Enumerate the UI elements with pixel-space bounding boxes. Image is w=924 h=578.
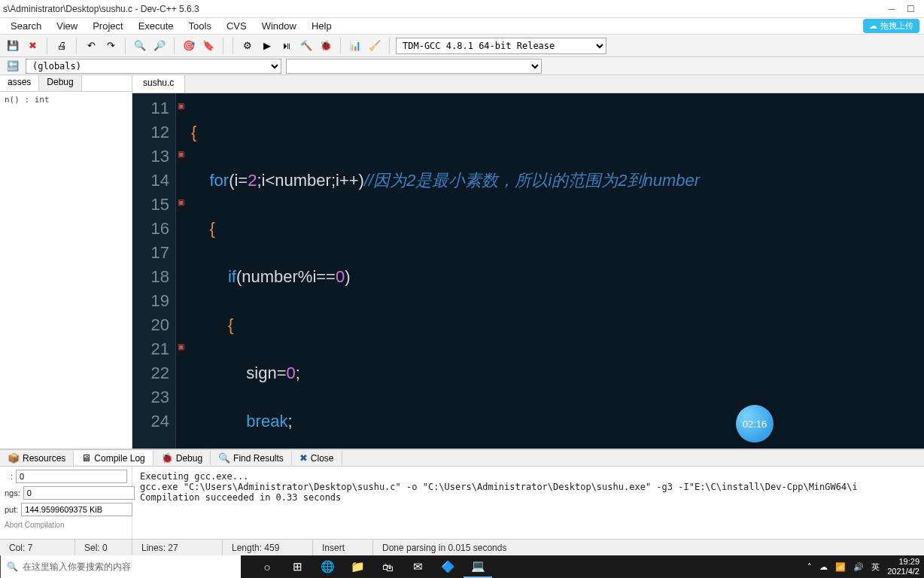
menu-search[interactable]: Search xyxy=(5,19,47,33)
fold-marker-icon[interactable]: ▣ xyxy=(176,141,185,166)
bug-icon: 🐞 xyxy=(161,452,173,464)
taskbar-search[interactable]: 🔍 在这里输入你要搜索的内容 xyxy=(0,555,241,578)
code-body[interactable]: { for(i=2;i<number;i++)//因为2是最小素数，所以i的范围… xyxy=(185,93,924,449)
tab-debug[interactable]: Debug xyxy=(39,75,81,91)
file-tab-strip: sushu.c xyxy=(132,75,924,93)
run-icon[interactable]: ▶ xyxy=(259,38,275,54)
menu-help[interactable]: Help xyxy=(305,19,338,33)
terminal-icon: 🖥 xyxy=(81,452,91,464)
search-placeholder: 在这里输入你要搜索的内容 xyxy=(23,561,131,573)
toolbar-main: 💾 ✖ 🖨 ↶ ↷ 🔍 🔎 🎯 🔖 ⚙ ▶ ⏯ 🔨 🐞 📊 🧹 TDM-GCC … xyxy=(0,35,924,57)
code-editor[interactable]: 111213 141516 171819 202122 2324 ▣ ▣ ▣ ▣… xyxy=(132,93,924,449)
close-icon[interactable]: ✖ xyxy=(24,38,41,54)
redo-icon[interactable]: ↷ xyxy=(102,38,119,54)
compile-icon[interactable]: ⚙ xyxy=(239,38,256,54)
upload-badge-label: 拖拽上传 xyxy=(880,20,913,32)
rebuild-icon[interactable]: 🔨 xyxy=(298,38,315,54)
upload-badge[interactable]: ☁ 拖拽上传 xyxy=(863,19,919,33)
menu-execute[interactable]: Execute xyxy=(132,19,180,33)
back-icon[interactable]: 🔙 xyxy=(5,58,21,75)
bookmark-icon[interactable]: 🔖 xyxy=(200,38,217,54)
cloud-tray-icon[interactable]: ☁ xyxy=(819,562,828,572)
class-browser-item[interactable]: n() : int xyxy=(0,92,132,108)
compile-run-icon[interactable]: ⏯ xyxy=(278,38,295,54)
undo-icon[interactable]: ↶ xyxy=(83,38,99,54)
compile-output[interactable]: Executing gcc.exe... gcc.exe "C:\Users\A… xyxy=(132,467,924,539)
separator xyxy=(233,38,233,54)
fold-marker-icon[interactable]: ▣ xyxy=(176,93,185,117)
tab-classes[interactable]: asses xyxy=(0,75,39,91)
app-icon[interactable]: 🔷 xyxy=(433,555,462,578)
separator xyxy=(125,38,126,54)
ime-indicator[interactable]: 英 xyxy=(871,561,880,573)
devcpp-task-icon[interactable]: 💻 xyxy=(464,555,492,578)
cortana-icon[interactable]: ○ xyxy=(253,555,281,578)
errors-label: : xyxy=(5,472,13,481)
separator xyxy=(47,38,47,54)
print-icon[interactable]: 🖨 xyxy=(53,38,70,54)
system-tray: ˄ ☁ 📶 🔊 英 19:29 2021/4/2 xyxy=(803,557,924,576)
goto-icon[interactable]: 🎯 xyxy=(181,38,197,54)
search-icon: 🔍 xyxy=(7,561,18,572)
maximize-button[interactable]: ☐ xyxy=(907,4,915,14)
status-sel: Sel: 0 xyxy=(75,540,132,555)
warnings-field[interactable] xyxy=(23,486,135,500)
menu-tools[interactable]: Tools xyxy=(183,19,217,33)
debug-icon[interactable]: 🐞 xyxy=(318,38,334,54)
mail-icon[interactable]: ✉ xyxy=(403,555,432,578)
separator xyxy=(174,38,175,54)
fold-marker-icon[interactable]: ▣ xyxy=(176,190,185,214)
class-browser-panel: asses Debug n() : int xyxy=(0,75,132,449)
warnings-label: ngs: xyxy=(5,488,20,497)
tab-compile-log[interactable]: 🖥Compile Log xyxy=(74,451,153,465)
abort-compilation-link[interactable]: Abort Compilation xyxy=(5,521,127,529)
menu-cvs[interactable]: CVS xyxy=(220,19,253,33)
compiler-select[interactable]: TDM-GCC 4.8.1 64-bit Release xyxy=(396,38,606,54)
scope-select[interactable]: (globals) xyxy=(26,59,281,74)
scope-bar: 🔙 (globals) xyxy=(0,57,924,75)
tab-close[interactable]: ✖Close xyxy=(292,451,342,465)
wifi-icon[interactable]: 📶 xyxy=(835,562,846,572)
profile-icon[interactable]: 📊 xyxy=(347,38,363,54)
replace-icon[interactable]: 🔎 xyxy=(151,38,168,54)
errors-field[interactable] xyxy=(16,470,127,483)
minimize-button[interactable]: ─ xyxy=(888,4,895,14)
status-length: Length: 459 xyxy=(223,540,313,555)
file-tab-sushu[interactable]: sushu.c xyxy=(132,75,185,93)
clean-icon[interactable]: 🧹 xyxy=(366,38,383,54)
separator xyxy=(340,38,341,54)
output-panel: 📦Resources 🖥Compile Log 🐞Debug 🔍Find Res… xyxy=(0,449,924,539)
line-gutter: 111213 141516 171819 202122 2324 xyxy=(132,93,176,449)
chevron-up-icon[interactable]: ˄ xyxy=(807,562,812,572)
separator xyxy=(389,38,390,54)
status-parse: Done parsing in 0.015 seconds xyxy=(373,540,924,555)
find-icon[interactable]: 🔍 xyxy=(132,38,148,54)
store-icon[interactable]: 🛍 xyxy=(373,555,402,578)
member-select[interactable] xyxy=(286,59,542,74)
separator xyxy=(223,38,223,54)
fold-marker-icon[interactable]: ▣ xyxy=(176,334,185,358)
fold-strip: ▣ ▣ ▣ ▣ xyxy=(176,93,185,449)
tab-resources[interactable]: 📦Resources xyxy=(0,451,74,465)
menu-window[interactable]: Window xyxy=(256,19,302,33)
tray-clock[interactable]: 19:29 2021/4/2 xyxy=(887,557,919,576)
tab-debug-bottom[interactable]: 🐞Debug xyxy=(153,451,211,465)
explorer-icon[interactable]: 📁 xyxy=(343,555,372,578)
tab-find-results[interactable]: 🔍Find Results xyxy=(211,451,292,465)
output-size-field[interactable] xyxy=(21,503,132,516)
status-mode: Insert xyxy=(313,540,373,555)
timer-bubble[interactable]: 02:16 xyxy=(736,405,774,443)
menu-project[interactable]: Project xyxy=(87,19,129,33)
window-title: s\Administrator\Desktop\sushu.c - Dev-C+… xyxy=(3,4,888,14)
close-icon: ✖ xyxy=(299,452,308,464)
taskbar: 🔍 在这里输入你要搜索的内容 ○ ⊞ 🌐 📁 🛍 ✉ 🔷 💻 ˄ ☁ 📶 🔊 英… xyxy=(0,555,924,578)
separator xyxy=(76,38,77,54)
titlebar: s\Administrator\Desktop\sushu.c - Dev-C+… xyxy=(0,0,924,18)
output-label: put: xyxy=(5,505,18,514)
edge-icon[interactable]: 🌐 xyxy=(313,555,342,578)
menu-view[interactable]: View xyxy=(50,19,84,33)
save-all-icon[interactable]: 💾 xyxy=(5,38,21,54)
status-lines: Lines: 27 xyxy=(132,540,223,555)
volume-icon[interactable]: 🔊 xyxy=(853,562,864,572)
task-view-icon[interactable]: ⊞ xyxy=(283,555,312,578)
